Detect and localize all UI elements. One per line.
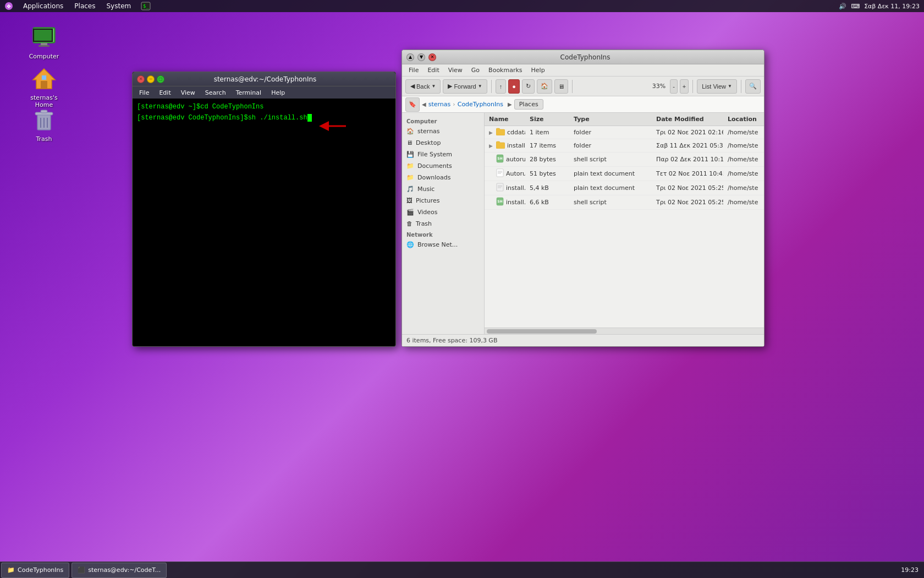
fm-menu-go[interactable]: Go <box>467 65 484 76</box>
fm-col-size[interactable]: Size <box>525 114 569 124</box>
svg-rect-27 <box>497 183 503 191</box>
terminal-menu-terminal[interactable]: Terminal <box>232 87 266 98</box>
sidebar-item-pictures[interactable]: 🖼 Pictures <box>402 195 484 206</box>
fm-view-selector[interactable]: List View ▼ <box>697 79 737 94</box>
sidebar-item-browse-net[interactable]: 🌐 Browse Net... <box>402 239 484 250</box>
fm-refresh-button[interactable]: ↻ <box>522 79 535 94</box>
desktop-icon-home[interactable]: sternas's Home <box>22 63 66 111</box>
autorunsh-name: autorun.sh <box>506 156 525 163</box>
computer-icon <box>31 24 57 51</box>
fm-menu-help[interactable]: Help <box>527 65 549 76</box>
fm-arr2-button[interactable]: ▼ <box>417 53 425 61</box>
terminal-content[interactable]: [sternas@edv ~]$ cd CodeTyphonIns [stern… <box>133 99 395 346</box>
fm-cell-size-2: 28 bytes <box>525 154 569 165</box>
term-prompt-2: [sternas@edv CodeTyphonIns]$ <box>137 113 248 123</box>
folder-icon-cddata <box>496 128 505 137</box>
terminal-cursor <box>307 114 312 122</box>
svg-text:SH: SH <box>497 199 502 203</box>
row-expand-icon: ▶ <box>489 130 493 135</box>
fm-menu-bookmarks[interactable]: Bookmarks <box>484 65 526 76</box>
fm-up-icon: ↑ <box>499 83 503 90</box>
sidebar-desktop-label: Desktop <box>416 139 441 146</box>
fm-reload-button[interactable]: ● <box>508 79 520 94</box>
sidebar-item-music[interactable]: 🎵 Music <box>402 183 484 195</box>
fm-up-button[interactable]: ↑ <box>496 79 507 94</box>
top-panel-left: ❖ Applications Places System $_ <box>0 0 153 12</box>
top-menu-system[interactable]: System <box>103 0 134 12</box>
table-row[interactable]: ▶ Autorun.inf 51 bytes plain text docume… <box>485 167 764 181</box>
fm-statusbar: 6 items, Free space: 109,3 GB <box>402 334 764 346</box>
sidebar-item-trash[interactable]: 🗑 Trash <box>402 218 484 230</box>
fm-cell-size-1: 17 items <box>525 140 569 151</box>
sidebar-item-documents[interactable]: 📁 Documents <box>402 160 484 172</box>
fm-back-button[interactable]: ◀ Back ▼ <box>405 79 441 94</box>
fm-col-date[interactable]: Date Modified <box>652 114 723 124</box>
fm-computer-button[interactable]: 🖥 <box>554 79 568 94</box>
fm-menu-file[interactable]: File <box>404 65 423 76</box>
autoruninf-name: Autorun.inf <box>506 170 525 177</box>
svg-text:$_: $_ <box>143 3 149 9</box>
fm-col-type[interactable]: Type <box>569 114 652 124</box>
fm-col-location[interactable]: Location <box>723 114 764 124</box>
svg-rect-12 <box>42 75 46 80</box>
terminal-menu-file[interactable]: File <box>135 87 153 98</box>
fm-home-button[interactable]: 🏠 <box>537 79 552 94</box>
fm-zoom-in[interactable]: + <box>680 79 689 94</box>
terminal-menu-help[interactable]: Help <box>267 87 289 98</box>
fm-menubar: File Edit View Go Bookmarks Help <box>402 64 764 77</box>
file-manager-window: ▲ ▼ ✕ CodeTyphonIns File Edit View Go Bo… <box>402 50 765 347</box>
fm-search-button[interactable]: 🔍 <box>745 79 761 94</box>
fm-close-button[interactable]: ✕ <box>428 53 436 61</box>
sidebar-music-label: Music <box>417 186 435 193</box>
terminal-icon[interactable]: $_ <box>139 0 153 12</box>
fm-horizontal-scrollbar[interactable] <box>485 328 764 334</box>
fm-bookmark-button[interactable]: 🔖 <box>405 97 420 112</box>
sidebar-item-desktop[interactable]: 🖥 Desktop <box>402 137 484 149</box>
fm-cell-type-1: folder <box>569 140 652 151</box>
sound-icon[interactable]: 🔊 <box>839 3 846 10</box>
fm-view-label: List View <box>702 83 726 90</box>
fm-location-arrow-left: ◀ <box>422 101 426 107</box>
fm-cell-date-1: Σαβ 11 Δεκ 2021 05:33:04 ΜΜ ΕΕΤ <box>652 140 723 151</box>
terminal-close-button[interactable]: ✕ <box>137 75 145 83</box>
sidebar-trash-label: Trash <box>416 220 432 227</box>
sidebar-item-videos[interactable]: 🎬 Videos <box>402 206 484 218</box>
fm-home-nav-icon: 🏠 <box>541 83 548 90</box>
fm-col-name[interactable]: Name <box>485 114 525 124</box>
taskbar-btn-fm[interactable]: 📁 CodeTyphonIns <box>1 563 69 578</box>
fm-sidebar-section-network: Network <box>402 230 484 239</box>
sidebar-item-filesystem[interactable]: 💾 File System <box>402 149 484 160</box>
table-row[interactable]: ▶ SH install.sh 6,6 kB shell script Τρι … <box>485 195 764 210</box>
terminal-max-button[interactable]: □ <box>157 75 164 83</box>
fm-cell-size-4: 5,4 kB <box>525 183 569 193</box>
fm-breadcrumb-codetyphonins[interactable]: CodeTyphonIns <box>458 101 503 108</box>
fm-zoom-out[interactable]: - <box>670 79 678 94</box>
table-row[interactable]: ▶ installbin 17 items folder Σαβ 11 Δεκ … <box>485 139 764 152</box>
terminal-menu-edit[interactable]: Edit <box>155 87 175 98</box>
fm-forward-button[interactable]: ▶ Forward ▼ <box>443 79 487 94</box>
table-row[interactable]: ▶ SH autorun.sh 28 bytes shell script Πα… <box>485 152 764 167</box>
terminal-menu-search[interactable]: Search <box>201 87 230 98</box>
fm-places-button[interactable]: Places <box>514 99 543 110</box>
terminal-menu-view[interactable]: View <box>177 87 200 98</box>
desktop-icon-trash[interactable]: Trash <box>22 105 66 145</box>
keyboard-icon[interactable]: ⌨ <box>851 3 860 10</box>
sidebar-item-downloads[interactable]: 📁 Downloads <box>402 172 484 183</box>
top-menu-applications[interactable]: Applications <box>20 0 67 12</box>
terminal-min-button[interactable]: − <box>147 75 155 83</box>
desktop-icon-computer[interactable]: Computer <box>22 22 66 62</box>
top-menu-places[interactable]: Places <box>71 0 98 12</box>
term-cmd-2: sh ./install.sh <box>248 113 307 123</box>
sidebar-item-sternas[interactable]: 🏠 sternas <box>402 126 484 137</box>
fm-breadcrumb-sternas[interactable]: sternas <box>428 101 451 108</box>
fm-menu-edit[interactable]: Edit <box>423 65 443 76</box>
fm-breadcrumb-sep: › <box>453 101 455 108</box>
table-row[interactable]: ▶ cddata 1 item folder Τρι 02 Νοε 2021 0… <box>485 126 764 139</box>
table-row[interactable]: ▶ install.bat 5,4 kB plain text document… <box>485 181 764 195</box>
fm-scroll-thumb[interactable] <box>487 329 597 334</box>
fm-arr-button[interactable]: ▲ <box>406 53 414 61</box>
fm-menu-view[interactable]: View <box>444 65 467 76</box>
taskbar-btn-terminal[interactable]: ⬛ sternas@edv:~/CodeT... <box>72 563 167 578</box>
fm-cell-name: ▶ SH autorun.sh <box>485 152 525 166</box>
fm-cell-size-5: 6,6 kB <box>525 197 569 208</box>
